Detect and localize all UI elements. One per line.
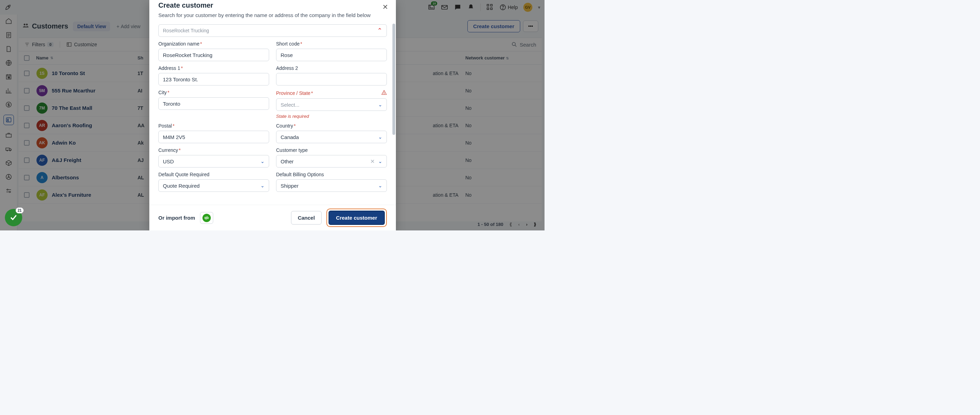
- warning-icon: [381, 90, 387, 96]
- org-name-label: Organization name*: [158, 41, 269, 46]
- country-label: Country*: [276, 123, 387, 129]
- currency-select[interactable]: USD ⌄: [158, 155, 269, 168]
- quickbooks-icon: qb: [202, 214, 211, 222]
- modal-header: Create customer Search for your customer…: [150, 0, 396, 22]
- quickbooks-import-button[interactable]: qb: [200, 212, 213, 224]
- cancel-button[interactable]: Cancel: [291, 211, 321, 225]
- quote-label: Default Quote Required: [158, 172, 269, 177]
- chevron-down-icon: ⌄: [378, 134, 382, 140]
- address2-label: Address 2: [276, 65, 387, 71]
- modal-title: Create customer: [158, 2, 387, 10]
- state-label: Province / State*: [276, 90, 313, 96]
- modal-footer: Or import from qb Cancel Create customer: [150, 205, 396, 230]
- state-error: State is required: [276, 114, 387, 119]
- lookup-input[interactable]: RoseRocket Trucking ⌃: [158, 24, 387, 37]
- billing-label: Default Billing Options: [276, 172, 387, 177]
- billing-select[interactable]: Shipper ⌄: [276, 179, 387, 192]
- import-label: Or import from: [158, 215, 195, 221]
- short-code-label: Short code*: [276, 41, 387, 46]
- chevron-down-icon: ⌄: [261, 183, 265, 188]
- currency-label: Currency*: [158, 147, 269, 153]
- address1-input[interactable]: [158, 73, 269, 86]
- success-toast[interactable]: 21: [5, 209, 22, 226]
- modal-scrollbar[interactable]: [392, 22, 395, 205]
- address1-label: Address 1*: [158, 65, 269, 71]
- create-customer-submit-button[interactable]: Create customer: [329, 211, 385, 225]
- create-customer-modal: Create customer Search for your customer…: [150, 0, 396, 230]
- chevron-down-icon: ⌄: [378, 158, 382, 164]
- customer-type-label: Customer type: [276, 147, 387, 153]
- submit-highlight-ring: Create customer: [326, 209, 387, 227]
- country-select[interactable]: Canada ⌄: [276, 131, 387, 143]
- city-label: City*: [158, 90, 269, 95]
- modal-body: RoseRocket Trucking ⌃ Organization name*…: [150, 22, 396, 205]
- state-select[interactable]: Select... ⌄: [276, 98, 387, 111]
- short-code-input[interactable]: [276, 49, 387, 61]
- close-icon[interactable]: ✕: [382, 3, 388, 11]
- org-name-input[interactable]: [158, 49, 269, 61]
- quote-select[interactable]: Quote Required ⌄: [158, 179, 269, 192]
- clear-icon[interactable]: ⌃: [377, 27, 382, 34]
- postal-input[interactable]: [158, 131, 269, 143]
- postal-label: Postal*: [158, 123, 269, 129]
- address2-input[interactable]: [276, 73, 387, 86]
- customer-type-select[interactable]: Other ✕ ⌄: [276, 155, 387, 168]
- city-input[interactable]: [158, 97, 269, 110]
- chevron-down-icon: ⌄: [261, 158, 265, 164]
- toast-count: 21: [16, 208, 24, 214]
- clear-icon[interactable]: ✕: [370, 158, 375, 165]
- modal-subtitle: Search for your customer by entering the…: [158, 11, 387, 19]
- chevron-down-icon: ⌄: [378, 102, 382, 107]
- chevron-down-icon: ⌄: [378, 183, 382, 188]
